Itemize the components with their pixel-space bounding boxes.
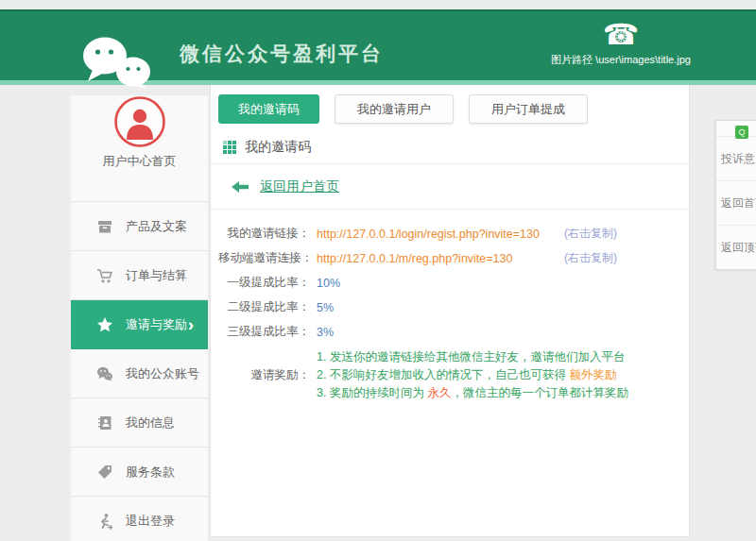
sidebar-item-label: 我的公众账号 (126, 365, 199, 382)
reward-line-3: 3. 奖励的持续时间为 永久，微信主的每一个订单都计算奖励 (317, 384, 628, 402)
copy-hint: (右击复制) (564, 250, 617, 266)
phone-icon: ☎ (550, 19, 692, 51)
sidebar-item-invite-rewards[interactable]: 邀请与奖励 › (71, 300, 208, 349)
sidebar-item-user-home[interactable]: 用户中心首页 (71, 95, 208, 202)
invite-link-value[interactable]: http://127.0.0.1/login/regist.php?invite… (317, 228, 540, 241)
user-avatar-icon (113, 95, 166, 148)
cart-icon (96, 267, 113, 284)
rate-value: 5% (317, 301, 334, 314)
qq-badge: Q (735, 126, 748, 139)
grid-icon (223, 141, 236, 154)
rate-level1-row: 一级提成比率： 10% (218, 275, 617, 291)
sidebar-item-orders[interactable]: 订单与结算 (71, 251, 208, 300)
header-contact-block: ☎ 图片路径 \user\images\title.jpg (550, 19, 692, 67)
sidebar-item-label: 服务条款 (126, 464, 175, 481)
sidebar-item-label: 邀请与奖励 (126, 316, 187, 333)
tag-icon (96, 464, 113, 481)
back-to-home-button[interactable]: 返回首页 (716, 180, 756, 225)
rate-level3-row: 三级提成比率： 3% (218, 324, 617, 340)
top-strip (0, 0, 756, 9)
sidebar-item-public-accounts[interactable]: 我的公众账号 (71, 349, 208, 398)
main-content: 我的邀请码 我的邀请用户 用户订单提成 我的邀请码 返回用户首页 我的邀请链接：… (210, 85, 690, 537)
field-label: 一级提成比率： (218, 275, 310, 291)
rate-value: 3% (317, 326, 334, 339)
tab-my-invited-users[interactable]: 我的邀请用户 (335, 94, 454, 124)
field-label: 我的邀请链接： (218, 226, 310, 242)
tab-my-invite-code[interactable]: 我的邀请码 (218, 94, 319, 124)
page-body: 用户中心首页 产品及文案 订单与结算 邀请与奖励 › (0, 85, 756, 541)
mobile-invite-link-row: 移动端邀请连接： http://127.0.0.1/m/reg.php?invi… (218, 250, 617, 266)
sidebar-item-label: 我的信息 (126, 414, 175, 431)
back-to-user-home-link[interactable]: 返回用户首页 (260, 178, 339, 195)
sidebar-item-label: 订单与结算 (126, 267, 187, 284)
reward-description: 1. 发送你的邀请链接给其他微信主好友，邀请他们加入平台 2. 不影响好友增加收… (317, 348, 628, 402)
chat-bubbles-icon (96, 365, 113, 382)
reward-line-2: 2. 不影响好友增加收入的情况下，自己也可获得 额外奖励 (317, 366, 628, 384)
field-label: 三级提成比率： (218, 324, 310, 340)
reward-line-1: 1. 发送你的邀请链接给其他微信主好友，邀请他们加入平台 (317, 348, 628, 366)
tab-bar: 我的邀请码 我的邀请用户 用户订单提成 (211, 85, 689, 130)
image-path-text: 图片路径 \user\images\title.jpg (550, 53, 692, 67)
archive-box-icon (96, 218, 113, 235)
rate-value: 10% (317, 277, 340, 290)
section-title: 我的邀请码 (245, 139, 311, 156)
rate-level2-row: 二级提成比率： 5% (218, 299, 617, 315)
logout-running-icon (96, 513, 113, 530)
chevron-right-icon: › (188, 315, 194, 333)
arrow-left-icon (231, 180, 249, 194)
sidebar-item-label: 用户中心首页 (71, 153, 208, 170)
page-title: 微信公众号盈利平台 (180, 41, 384, 67)
section-header: 我的邀请码 (211, 130, 689, 164)
sidebar: 用户中心首页 产品及文案 订单与结算 邀请与奖励 › (71, 85, 208, 541)
complaint-feedback-button[interactable]: 投诉意见 (716, 136, 756, 180)
sidebar-item-label: 退出登录 (126, 513, 175, 530)
sidebar-item-my-info[interactable]: 我的信息 (71, 398, 208, 448)
field-label: 二级提成比率： (218, 299, 310, 315)
sidebar-item-logout[interactable]: 退出登录 (71, 497, 208, 541)
back-row: 返回用户首页 (211, 164, 689, 210)
contact-book-icon (96, 414, 113, 431)
invite-info-form: 我的邀请链接： http://127.0.0.1/login/regist.ph… (211, 210, 689, 402)
floating-quick-panel: Q 投诉意见 返回首页 返回顶部 (715, 120, 756, 270)
invite-link-row: 我的邀请链接： http://127.0.0.1/login/regist.ph… (218, 226, 617, 242)
sidebar-item-products[interactable]: 产品及文案 (71, 202, 208, 251)
star-icon (96, 316, 113, 333)
wechat-logo-icon (81, 36, 155, 93)
back-to-top-button[interactable]: 返回顶部 (716, 225, 756, 269)
field-label: 移动端邀请连接： (218, 250, 310, 266)
invite-reward-row: 邀请奖励： 1. 发送你的邀请链接给其他微信主好友，邀请他们加入平台 2. 不影… (218, 348, 617, 402)
copy-hint: (右击复制) (564, 226, 617, 242)
mobile-invite-link-value[interactable]: http://127.0.0.1/m/reg.php?invite=130 (317, 252, 512, 265)
tab-user-order-commission[interactable]: 用户订单提成 (469, 94, 588, 124)
field-label: 邀请奖励： (218, 367, 310, 383)
app-header: 微信公众号盈利平台 ☎ 图片路径 \user\images\title.jpg (0, 9, 756, 80)
sidebar-item-terms[interactable]: 服务条款 (71, 448, 208, 497)
sidebar-item-label: 产品及文案 (126, 218, 187, 235)
